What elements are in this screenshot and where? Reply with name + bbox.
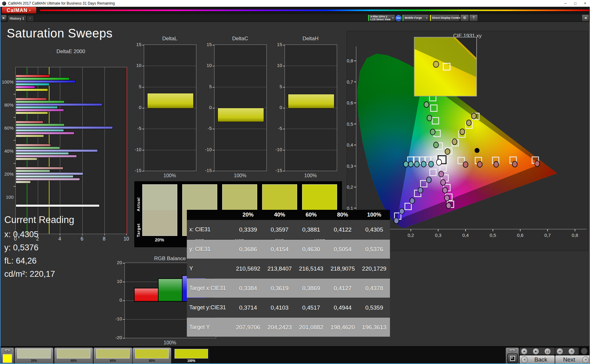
deltae-bar-cyan (16, 152, 69, 155)
patch-tile-80[interactable]: 80% (132, 347, 171, 364)
display-control-dropdown[interactable]: Direct Display Control ▼ (429, 14, 460, 22)
table-cell: 0,4154 (264, 240, 296, 259)
table-row-label: Target x:CIE31 (189, 279, 232, 298)
table-row-label: y: CIE31 (189, 240, 232, 259)
sidebar-expand-button[interactable]: ▶ (1, 15, 7, 21)
delta-tick (213, 171, 214, 171)
settings-gear-button[interactable]: ⚙ (460, 14, 469, 22)
delta-tick (283, 87, 285, 88)
patch-tile-40[interactable]: 40% (54, 347, 93, 364)
delta-tick-label: -5 (272, 126, 282, 131)
table-cell: 0,4378 (358, 279, 390, 298)
delta-gridline (285, 66, 337, 66)
deltae-bar-magenta (16, 155, 77, 158)
rgb-tick-label: 0 (111, 297, 122, 303)
patch-swatch (96, 349, 130, 358)
current-reading-y: y: 0,5376 (4, 243, 38, 252)
patch-tile-100[interactable]: 100% (172, 347, 211, 364)
table-cell: 0,5054 (327, 240, 359, 259)
current-reading-cdm: cd/m²: 220,17 (4, 269, 55, 279)
delta-tick-label: 15 (201, 42, 212, 47)
minimize-button[interactable]: – (560, 0, 570, 7)
close-button[interactable]: × (580, 0, 590, 7)
deltae-group-tick (14, 140, 16, 141)
cie-measured-dot-red (494, 162, 499, 167)
table-header-cell: 80% (327, 210, 359, 220)
source-dropdown[interactable]: Mobile Forge ▼ (402, 14, 429, 22)
patch-tile-60[interactable]: 60% (93, 347, 132, 364)
deltae-bar-red (16, 167, 63, 170)
play-button[interactable]: ▶ (533, 348, 539, 355)
cie-measured-dot-green (434, 142, 439, 148)
cie-measured-dot-cyan (429, 161, 434, 167)
calman-logo-menu[interactable]: CalMAN▼ (2, 7, 36, 14)
delta-tick-label: -15 (131, 168, 141, 173)
table-cell: 196,3613 (358, 318, 390, 337)
meter-dropdown[interactable]: X-Rite i1Pro 2 LCD Direct View ▼ (368, 14, 395, 22)
cie-x-tick: 0,7 (545, 233, 551, 238)
deltae-group-label: 20% (1, 171, 14, 177)
patch-swatch (175, 349, 208, 358)
delta-chart-plot (144, 45, 196, 171)
deltae-group-label: 60% (1, 125, 14, 131)
delta-tick-label: 5 (272, 84, 282, 89)
delta-tick-label: -15 (201, 168, 212, 173)
cie-measured-dot-red (477, 162, 482, 167)
meter-count-badge[interactable]: 132 (395, 15, 402, 21)
cie-measured-dot-magenta (444, 195, 449, 201)
delta-tick-label: 15 (131, 42, 141, 47)
delta-tick-label: 5 (131, 84, 141, 89)
cie-measured-dot-yellow (445, 149, 450, 155)
table-cell: 0,5376 (358, 240, 390, 259)
stop-button[interactable]: ■ (521, 348, 528, 355)
rgb-tick (123, 282, 125, 282)
raise-panel-button[interactable]: ▲ (4, 348, 11, 352)
delta-tick (283, 150, 285, 151)
deltae-bar-yellow (16, 181, 31, 183)
table-row: Y210,5692213,8407216,5143218,9075220,172… (187, 259, 390, 278)
cie-white-point-dot (436, 159, 442, 165)
cie-measured-dot-magenta (446, 203, 451, 209)
back-button[interactable]: «Back (519, 355, 555, 364)
patch-label: 80% (133, 359, 171, 362)
delta-gridline (214, 150, 266, 150)
measure-button[interactable]: [-] (544, 348, 551, 355)
disabled-transport-button (581, 348, 588, 354)
loop-button[interactable]: ↻ (568, 348, 575, 355)
cie-measured-dot-magenta (439, 171, 444, 177)
table-cell: 201,0882 (295, 318, 327, 337)
cie-measured-dot-green (430, 129, 435, 135)
deltae-bar-cyan (16, 106, 58, 109)
deltae-bar-red (16, 98, 47, 100)
rgb-tick (123, 300, 125, 301)
cie-measured-dot-cyan (421, 161, 426, 167)
stop-measure-button[interactable] (507, 354, 518, 363)
table-cell: 0,4944 (327, 298, 359, 318)
raise-panel-button[interactable]: ▲ (509, 348, 516, 352)
delta-tick (142, 108, 144, 108)
add-tab-button[interactable]: + (27, 16, 33, 21)
transport-group-1: ■▶[-] (519, 347, 555, 355)
tab-history-1[interactable]: History 1 (7, 15, 26, 22)
deltae-group-tick (14, 163, 16, 164)
delta-gridline (285, 87, 337, 87)
bottom-patch-bar: ▲20%40%60%80%100%▲■▶[-]∞↻«BackNext» (0, 346, 590, 364)
cie-reference-dot (474, 148, 479, 153)
cie-x-tick: 0,6 (517, 233, 524, 238)
continuous-button[interactable]: ∞ (557, 348, 563, 355)
maximize-button[interactable]: □ (570, 0, 580, 7)
cie-measured-dot-red (535, 161, 540, 166)
deltae-bar-magenta (16, 178, 80, 181)
patch-tile-20[interactable]: 20% (14, 347, 53, 364)
deltae-bar-green (16, 100, 65, 103)
collapse-panel-button[interactable]: ◀ (582, 14, 589, 22)
patch-label: 20% (15, 359, 53, 362)
help-button[interactable]: ? (469, 14, 478, 22)
capture-tile: ▲ (505, 347, 519, 364)
logo-bar: CalMAN▼ (0, 7, 590, 14)
table-cell: 207,9706 (232, 318, 264, 337)
delta-tick (142, 87, 144, 88)
delta-chart-title: DeltaL (135, 36, 205, 42)
next-button[interactable]: Next» (555, 355, 590, 364)
table-cell: 213,8407 (264, 259, 296, 279)
